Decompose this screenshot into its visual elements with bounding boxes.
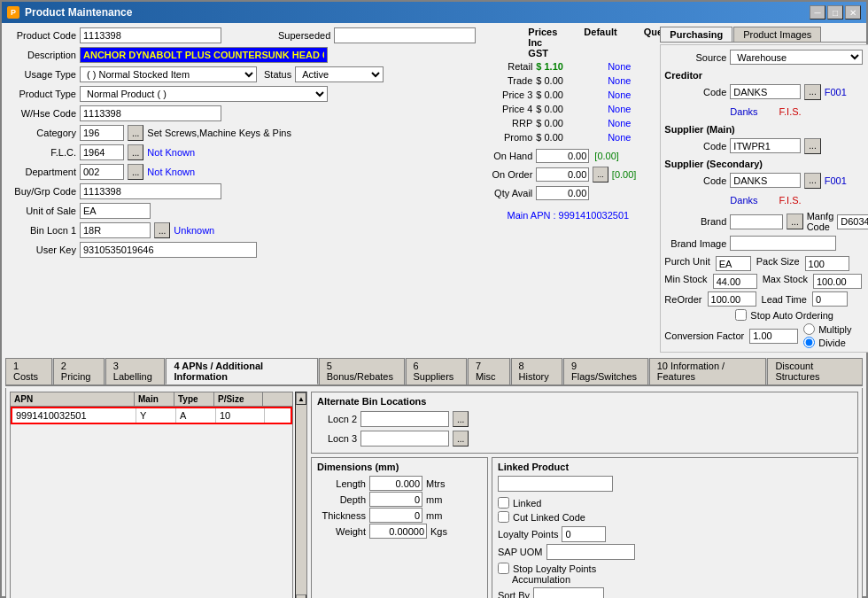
supplier-main-code-input[interactable]	[730, 138, 801, 153]
lead-time-input[interactable]	[812, 291, 848, 307]
supplier-main-code-label: Code	[664, 141, 726, 151]
buy-grp-label: Buy/Grp Code	[5, 186, 76, 197]
tab-discount[interactable]: Discount Structures	[767, 358, 863, 384]
pack-size-label: Pack Size	[756, 256, 800, 271]
purch-unit-input[interactable]	[716, 256, 751, 271]
buy-grp-input[interactable]	[80, 183, 221, 199]
product-type-select[interactable]: Normal Product ( )	[80, 86, 328, 102]
creditor-code-input[interactable]	[730, 84, 801, 99]
divide-radio[interactable]	[803, 337, 815, 348]
description-input[interactable]	[80, 47, 328, 63]
tab-labelling[interactable]: 3 Labelling	[105, 358, 166, 384]
cut-linked-checkbox[interactable]	[498, 511, 509, 523]
status-select[interactable]: Active	[295, 66, 384, 82]
rrp: $ 0.00	[536, 118, 589, 128]
tab-apns[interactable]: 4 APNs / Additional Information	[166, 358, 317, 384]
tab-flags[interactable]: 9 Flags/Switches	[563, 358, 648, 384]
category-btn[interactable]: ...	[128, 125, 143, 141]
product-code-input[interactable]	[80, 27, 221, 43]
locn3-input[interactable]	[360, 431, 449, 447]
trade-none: None	[593, 75, 646, 86]
locn2-btn[interactable]: ...	[453, 411, 469, 427]
bin-loc-input[interactable]	[80, 222, 151, 238]
loyalty-points-input[interactable]	[562, 526, 606, 542]
flc-label: F.L.C.	[5, 147, 76, 158]
whse-code-label: W/Hse Code	[5, 108, 76, 119]
pack-size-input[interactable]	[805, 256, 849, 271]
tab-bonus[interactable]: 5 Bonus/Rebates	[319, 358, 405, 384]
scroll-up-btn[interactable]: ▲	[296, 392, 306, 405]
reorder-label: ReOrder	[664, 294, 701, 305]
user-key-input[interactable]	[80, 242, 257, 258]
minimize-button[interactable]: ─	[810, 5, 825, 19]
linked-checkbox[interactable]	[498, 497, 509, 509]
weight-input[interactable]	[369, 524, 427, 539]
depth-input[interactable]	[369, 492, 422, 507]
sort-by-input[interactable]	[533, 587, 604, 598]
max-stock-input[interactable]	[813, 274, 862, 289]
superseded-input[interactable]	[334, 27, 476, 43]
flc-status: Not Known	[147, 147, 195, 158]
min-stock-input[interactable]	[713, 274, 757, 289]
usage-type-select[interactable]: ( ) Normal Stocked Item	[80, 66, 257, 82]
stop-loyalty-checkbox[interactable]	[498, 563, 509, 574]
purchasing-tab[interactable]: Purchasing	[660, 27, 732, 42]
tab-info[interactable]: 10 Information / Features	[649, 358, 767, 384]
tab-content-area: APN Main Type P/Size 9991410032501 Y A 1…	[5, 388, 863, 598]
apn-row[interactable]: 9991410032501 Y A 10	[11, 407, 292, 424]
scroll-down-btn[interactable]: ▼	[296, 594, 306, 598]
on-order-btn[interactable]: ...	[593, 167, 608, 183]
sort-by-label: Sort By	[498, 590, 530, 598]
conversion-input[interactable]	[749, 329, 798, 344]
sap-uom-input[interactable]	[546, 544, 635, 560]
tab-suppliers[interactable]: 6 Suppliers	[406, 358, 467, 384]
reorder-input[interactable]	[708, 291, 756, 307]
flc-btn[interactable]: ...	[128, 144, 143, 160]
on-hand-input[interactable]	[536, 149, 589, 163]
supplier-main-btn[interactable]: ...	[804, 138, 820, 154]
creditor-code-btn[interactable]: ...	[804, 84, 820, 100]
supplier-main-label: Supplier (Main)	[664, 124, 868, 135]
length-input[interactable]	[369, 476, 422, 491]
flc-input[interactable]	[80, 144, 124, 160]
thickness-unit: mm	[426, 510, 448, 521]
apn-main: Y	[136, 408, 176, 423]
bin-loc-btn[interactable]: ...	[154, 222, 170, 238]
stock-row: Min Stock Max Stock	[664, 274, 868, 289]
source-select[interactable]: Warehouse	[730, 50, 863, 65]
apn-scrollbar[interactable]: ▲ ▼	[295, 392, 307, 598]
whse-code-input[interactable]	[80, 105, 221, 121]
department-btn[interactable]: ...	[128, 164, 143, 180]
apn-type: A	[176, 408, 216, 423]
supplier-sec-code-input[interactable]	[730, 173, 801, 188]
tab-costs[interactable]: 1 Costs	[5, 358, 52, 384]
locn2-input[interactable]	[360, 411, 449, 427]
on-hand-alt: [0.00]	[594, 151, 619, 161]
on-order-input[interactable]	[536, 167, 589, 182]
maximize-button[interactable]: □	[827, 5, 843, 19]
thickness-label: Thickness	[317, 510, 366, 521]
manfg-code-input[interactable]	[837, 214, 868, 229]
multiply-label: Multiply	[818, 324, 851, 335]
tab-misc[interactable]: 7 Misc	[468, 358, 510, 384]
department-input[interactable]	[80, 164, 124, 180]
supplier-sec-btn[interactable]: ...	[804, 173, 820, 189]
cut-linked-label: Cut Linked Code	[513, 512, 585, 523]
stop-auto-checkbox[interactable]	[735, 309, 747, 321]
brand-btn[interactable]: ...	[787, 214, 802, 229]
thickness-input[interactable]	[369, 508, 422, 523]
close-button[interactable]: ✕	[845, 5, 861, 19]
brand-input[interactable]	[730, 214, 783, 229]
product-images-tab[interactable]: Product Images	[733, 27, 821, 42]
qty-avail-input[interactable]	[536, 186, 589, 200]
purchasing-tabs-bar: Purchasing Product Images	[660, 27, 868, 43]
brand-image-input[interactable]	[730, 236, 836, 251]
tab-history[interactable]: 8 History	[511, 358, 563, 384]
unit-of-sale-input[interactable]	[80, 203, 151, 219]
linked-product-input[interactable]	[498, 476, 613, 492]
left-panel: Product Code Superseded Description Usag…	[5, 27, 476, 353]
tab-pricing[interactable]: 2 Pricing	[53, 358, 105, 384]
category-input[interactable]	[80, 125, 124, 141]
multiply-radio[interactable]	[803, 323, 815, 335]
locn3-btn[interactable]: ...	[453, 431, 469, 447]
